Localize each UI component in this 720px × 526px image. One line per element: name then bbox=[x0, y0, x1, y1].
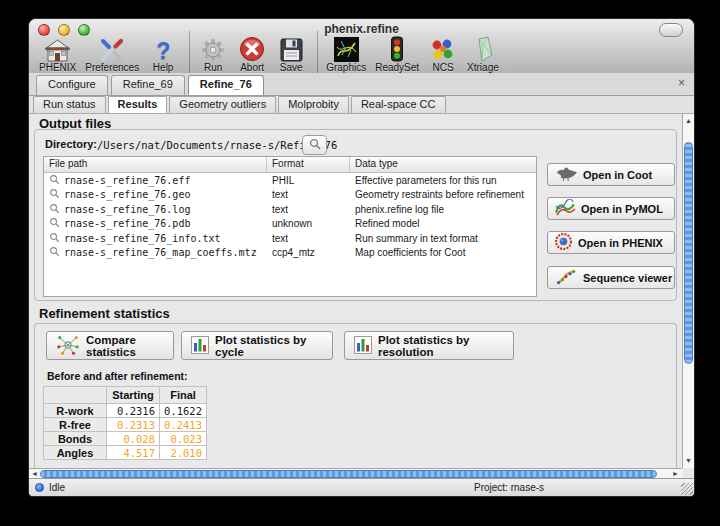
zoom-window-button[interactable] bbox=[78, 24, 90, 36]
open-button-label: Open in Coot bbox=[583, 169, 652, 181]
file-data-type: Refined model bbox=[350, 218, 532, 229]
stats-corner-cell bbox=[44, 387, 107, 404]
stat-final-value: 0.1622 bbox=[160, 404, 207, 418]
toolbar-button-save[interactable]: Save bbox=[276, 38, 306, 73]
tab-refine-69[interactable]: Refine_69 bbox=[111, 75, 185, 95]
file-format: PHIL bbox=[267, 175, 350, 186]
toolbar-label: Graphics bbox=[326, 63, 366, 73]
table-row[interactable]: rnase-s_refine_76.eff PHIL Effective par… bbox=[44, 173, 536, 188]
table-row[interactable]: rnase-s_refine_76.pdb unknown Refined mo… bbox=[44, 217, 536, 232]
toolbar-button-run[interactable]: Run bbox=[198, 38, 228, 73]
compare-statistics-button[interactable]: Compare statistics bbox=[46, 331, 174, 360]
pymol-ribbon-icon bbox=[554, 199, 576, 219]
output-files-table: File path Format Data type rnase-s_refin… bbox=[43, 156, 537, 297]
file-name: rnase-s_refine_76.log bbox=[64, 204, 190, 215]
refinement-statistics-heading: Refinement statistics bbox=[39, 306, 170, 321]
file-format: unknown bbox=[267, 218, 350, 229]
vertical-scrollbar[interactable]: ▲ ▼ bbox=[682, 114, 694, 468]
stat-starting-value: 0.2316 bbox=[107, 404, 160, 418]
toolbar-button-phenix[interactable]: PHENIX bbox=[39, 38, 76, 73]
open-in-coot-button[interactable]: Open in Coot bbox=[547, 163, 675, 186]
sequence-viewer-button[interactable]: Sequence viewer bbox=[547, 266, 675, 289]
stats-row-angles: Angles 4.517 2.010 bbox=[44, 446, 207, 460]
toolbar-separator bbox=[189, 31, 190, 73]
horizontal-scroll-thumb[interactable] bbox=[40, 470, 657, 478]
browse-directory-button[interactable] bbox=[302, 135, 327, 155]
window-title: phenix.refine bbox=[29, 19, 694, 40]
open-in-phenix-button[interactable]: Open in PHENIX bbox=[547, 231, 675, 254]
magnifier-icon bbox=[49, 174, 60, 187]
subtab-results[interactable]: Results bbox=[108, 96, 168, 113]
file-data-type: Run summary in text format bbox=[350, 233, 532, 244]
project-label: Project: rnase-s bbox=[474, 482, 544, 493]
toolbar-button-xtriage[interactable]: Xtriage bbox=[467, 38, 499, 73]
toolbar-label: Abort bbox=[240, 63, 264, 73]
scroll-down-arrow-icon[interactable]: ▼ bbox=[683, 456, 694, 466]
stats-col-final: Final bbox=[160, 387, 207, 404]
sequence-icon bbox=[554, 268, 578, 288]
table-header-row: File path Format Data type bbox=[44, 157, 536, 173]
stat-button-label: Compare statistics bbox=[86, 334, 164, 358]
crystal-icon bbox=[471, 38, 495, 62]
bar-chart-icon bbox=[191, 336, 209, 356]
file-name: rnase-s_refine_76.geo bbox=[64, 189, 190, 200]
table-row[interactable]: rnase-s_refine_76_info.txt text Run summ… bbox=[44, 231, 536, 246]
subtab-real-space-cc[interactable]: Real-space CC bbox=[351, 96, 446, 113]
question-icon: ? bbox=[156, 38, 170, 62]
vertical-scroll-thumb[interactable] bbox=[684, 142, 693, 364]
save-icon bbox=[280, 38, 303, 62]
tab-refine-76[interactable]: Refine_76 bbox=[188, 75, 264, 95]
magnifier-icon bbox=[309, 136, 321, 154]
subtab-run-status[interactable]: Run status bbox=[33, 96, 106, 113]
minimize-window-button[interactable] bbox=[58, 24, 70, 36]
close-window-button[interactable] bbox=[38, 24, 50, 36]
title-bar[interactable]: phenix.refine bbox=[29, 19, 694, 39]
file-data-type: Map coefficients for Coot bbox=[350, 247, 532, 258]
toolbar-button-readyset[interactable]: ReadySet bbox=[375, 38, 419, 73]
file-name: rnase-s_refine_76_info.txt bbox=[64, 233, 221, 244]
bar-chart-icon bbox=[354, 336, 372, 356]
magnifier-icon bbox=[49, 232, 60, 245]
toolbar-button-graphics[interactable]: Graphics bbox=[326, 38, 366, 73]
table-row[interactable]: rnase-s_refine_76.geo text Geometry rest… bbox=[44, 188, 536, 203]
plot-by-cycle-button[interactable]: Plot statistics by cycle bbox=[181, 331, 333, 360]
status-dot-icon bbox=[35, 483, 44, 492]
toolbar-button-ncs[interactable]: NCS bbox=[428, 38, 458, 73]
tab-configure[interactable]: Configure bbox=[36, 75, 108, 95]
stat-button-label: Plot statistics by resolution bbox=[378, 334, 504, 358]
graph-nodes-icon bbox=[56, 334, 80, 358]
toolbar-button-help[interactable]: ? Help bbox=[148, 38, 178, 73]
stat-final-value: 0.023 bbox=[160, 432, 207, 446]
stats-header-row: Starting Final bbox=[44, 387, 207, 404]
open-in-pymol-button[interactable]: Open in PyMOL bbox=[547, 197, 675, 220]
column-header-format[interactable]: Format bbox=[267, 157, 350, 172]
toolbar-toggle-button[interactable] bbox=[659, 23, 683, 37]
traffic-lights bbox=[38, 24, 90, 36]
app-window: phenix.refine PHENIX Preferences ? Help bbox=[28, 18, 695, 497]
molecules-icon bbox=[430, 38, 456, 62]
column-header-data-type[interactable]: Data type bbox=[350, 157, 532, 172]
stats-row-rfree: R-free 0.2313 0.2413 bbox=[44, 418, 207, 432]
before-after-label: Before and after refinement: bbox=[47, 370, 188, 382]
results-panel: Output files Directory: /Users/nat/Docum… bbox=[29, 114, 682, 468]
file-name: rnase-s_refine_76.pdb bbox=[64, 218, 190, 229]
stat-starting-value: 0.2313 bbox=[107, 418, 160, 432]
subtab-molprobity[interactable]: Molprobity bbox=[278, 96, 349, 113]
gear-icon bbox=[201, 38, 225, 62]
toolbar-button-abort[interactable]: Abort bbox=[237, 38, 267, 73]
open-button-label: Sequence viewer bbox=[583, 272, 672, 284]
subtab-geometry-outliers[interactable]: Geometry outliers bbox=[169, 96, 276, 113]
toolbar-separator bbox=[317, 31, 318, 73]
house-icon bbox=[44, 38, 71, 62]
table-row[interactable]: rnase-s_refine_76_map_coeffs.mtz ccp4_mt… bbox=[44, 246, 536, 261]
table-row[interactable]: rnase-s_refine_76.log text phenix.refine… bbox=[44, 202, 536, 217]
toolbar-label: Save bbox=[280, 63, 303, 73]
tab-close-icon[interactable]: × bbox=[678, 77, 685, 89]
scroll-up-arrow-icon[interactable]: ▲ bbox=[683, 116, 694, 126]
graphics-icon bbox=[334, 38, 359, 62]
toolbar-button-preferences[interactable]: Preferences bbox=[85, 38, 139, 73]
toolbar-label: Help bbox=[153, 63, 174, 73]
column-header-file-path[interactable]: File path bbox=[44, 157, 267, 172]
plot-by-resolution-button[interactable]: Plot statistics by resolution bbox=[344, 331, 514, 360]
resize-grip[interactable] bbox=[681, 483, 693, 495]
